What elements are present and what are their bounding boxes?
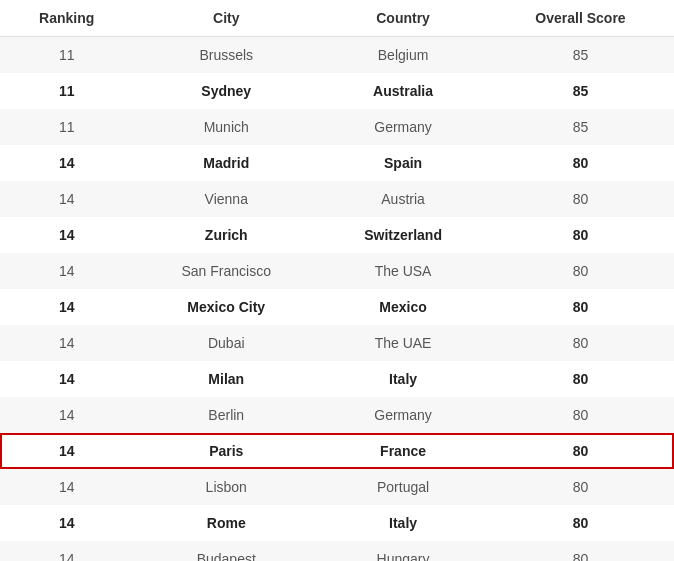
table-row: 14 Berlin Germany 80 — [0, 397, 674, 433]
cell-score: 80 — [487, 433, 674, 469]
cell-ranking: 14 — [0, 325, 133, 361]
cell-country: Austria — [319, 181, 487, 217]
cell-score: 80 — [487, 253, 674, 289]
rankings-table: Ranking City Country Overall Score 11 Br… — [0, 0, 674, 561]
table-row: 14 Zurich Switzerland 80 — [0, 217, 674, 253]
cell-city: Dubai — [133, 325, 319, 361]
cell-country: Hungary — [319, 541, 487, 561]
cell-score: 80 — [487, 361, 674, 397]
cell-city: Madrid — [133, 145, 319, 181]
cell-score: 85 — [487, 37, 674, 74]
cell-city: Mexico City — [133, 289, 319, 325]
cell-score: 80 — [487, 469, 674, 505]
table-row: 14 Madrid Spain 80 — [0, 145, 674, 181]
cell-city: Lisbon — [133, 469, 319, 505]
cell-city: Vienna — [133, 181, 319, 217]
cell-ranking: 14 — [0, 433, 133, 469]
cell-country: Switzerland — [319, 217, 487, 253]
cell-city: Munich — [133, 109, 319, 145]
table-row: 14 Budapest Hungary 80 — [0, 541, 674, 561]
cell-city: San Francisco — [133, 253, 319, 289]
cell-ranking: 11 — [0, 73, 133, 109]
table-row: 11 Sydney Australia 85 — [0, 73, 674, 109]
cell-country: Italy — [319, 361, 487, 397]
table-row: 14 Dubai The UAE 80 — [0, 325, 674, 361]
cell-score: 80 — [487, 505, 674, 541]
cell-country: France — [319, 433, 487, 469]
cell-country: Germany — [319, 109, 487, 145]
cell-country: The USA — [319, 253, 487, 289]
header-city: City — [133, 0, 319, 37]
cell-ranking: 14 — [0, 253, 133, 289]
cell-country: The UAE — [319, 325, 487, 361]
cell-ranking: 14 — [0, 145, 133, 181]
cell-score: 80 — [487, 397, 674, 433]
cell-ranking: 14 — [0, 469, 133, 505]
cell-country: Australia — [319, 73, 487, 109]
cell-country: Mexico — [319, 289, 487, 325]
cell-city: Berlin — [133, 397, 319, 433]
cell-city: Budapest — [133, 541, 319, 561]
cell-score: 80 — [487, 217, 674, 253]
table-row: 14 Rome Italy 80 — [0, 505, 674, 541]
cell-score: 85 — [487, 109, 674, 145]
cell-ranking: 11 — [0, 109, 133, 145]
cell-city: Brussels — [133, 37, 319, 74]
cell-country: Spain — [319, 145, 487, 181]
header-ranking: Ranking — [0, 0, 133, 37]
cell-country: Belgium — [319, 37, 487, 74]
cell-country: Germany — [319, 397, 487, 433]
cell-ranking: 14 — [0, 397, 133, 433]
table-row: 14 Vienna Austria 80 — [0, 181, 674, 217]
header-score: Overall Score — [487, 0, 674, 37]
cell-ranking: 14 — [0, 217, 133, 253]
cell-ranking: 14 — [0, 361, 133, 397]
table-row: 14 Mexico City Mexico 80 — [0, 289, 674, 325]
cell-score: 80 — [487, 289, 674, 325]
cell-ranking: 14 — [0, 505, 133, 541]
cell-score: 80 — [487, 541, 674, 561]
cell-score: 80 — [487, 145, 674, 181]
cell-city: Paris — [133, 433, 319, 469]
cell-ranking: 14 — [0, 289, 133, 325]
cell-score: 80 — [487, 181, 674, 217]
table-row: 14 Paris France 80 — [0, 433, 674, 469]
cell-city: Milan — [133, 361, 319, 397]
cell-city: Zurich — [133, 217, 319, 253]
table-row: 11 Brussels Belgium 85 — [0, 37, 674, 74]
table-row: 14 Lisbon Portugal 80 — [0, 469, 674, 505]
table-header-row: Ranking City Country Overall Score — [0, 0, 674, 37]
table-row: 11 Munich Germany 85 — [0, 109, 674, 145]
cell-ranking: 14 — [0, 181, 133, 217]
cell-score: 85 — [487, 73, 674, 109]
cell-city: Sydney — [133, 73, 319, 109]
header-country: Country — [319, 0, 487, 37]
cell-country: Italy — [319, 505, 487, 541]
cell-country: Portugal — [319, 469, 487, 505]
table-row: 14 San Francisco The USA 80 — [0, 253, 674, 289]
cell-ranking: 11 — [0, 37, 133, 74]
cell-city: Rome — [133, 505, 319, 541]
table-row: 14 Milan Italy 80 — [0, 361, 674, 397]
cell-score: 80 — [487, 325, 674, 361]
cell-ranking: 14 — [0, 541, 133, 561]
